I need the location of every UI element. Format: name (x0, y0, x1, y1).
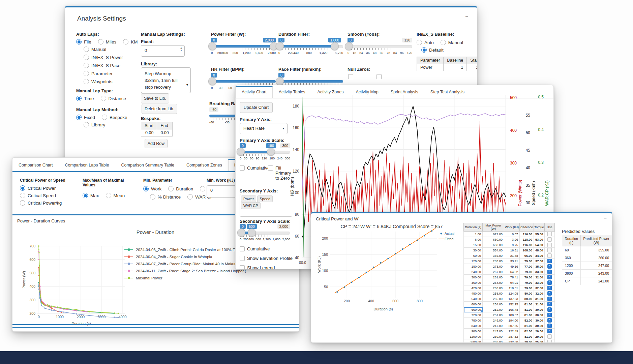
smooth-slider[interactable]: 012001224364860728496120 (348, 37, 412, 56)
radio-critical-speed[interactable]: Critical Speed (20, 193, 62, 198)
checkbox-icon[interactable] (268, 165, 273, 171)
radio-default[interactable]: Default (421, 47, 444, 53)
chec kbox-icon[interactable] (240, 256, 245, 261)
use-checkbox[interactable] (547, 318, 552, 323)
use-checkbox[interactable] (547, 291, 552, 296)
legend-item[interactable]: 2024-06-07_Zwift - Pacer Group Ride: Mak… (124, 260, 251, 267)
secondary-scale-slider[interactable]: 05002,00002004008001,2001,6002,000 (240, 223, 290, 242)
fill-primary-checkbox[interactable]: Fill Primary to Zero (268, 165, 289, 181)
radio-icon[interactable] (76, 96, 82, 101)
fixed-input[interactable]: 0 ▲▼ (141, 45, 185, 57)
slider-handle[interactable] (248, 229, 256, 237)
radio-bespoke[interactable]: Bespoke (102, 115, 127, 120)
use-checkbox[interactable] (547, 313, 552, 317)
primary-scale-slider[interactable]: 01903000306090120180240300 (240, 143, 290, 161)
use-checkbox[interactable] (547, 302, 552, 306)
radio-icon[interactable] (98, 39, 103, 44)
radio-icon[interactable] (106, 193, 111, 198)
slider-handle[interactable] (237, 148, 245, 156)
radio-icon[interactable] (76, 115, 82, 120)
radio-icon[interactable] (101, 96, 106, 101)
stepper-icon[interactable]: ▲▼ (180, 47, 182, 52)
radio-distance[interactable]: % Distance (150, 194, 181, 200)
legend-item[interactable]: 2024-06-04_Zwift - Sugar Cookie in Watop… (124, 253, 251, 260)
use-checkbox[interactable] (547, 232, 552, 236)
use-checkbox[interactable] (547, 248, 552, 252)
power-filter-slider[interactable]: 02,00002004008001,2001,6002,000 (211, 37, 276, 56)
radio-icon[interactable] (421, 47, 427, 53)
radio-in-ex-s-power[interactable]: IN/EX_S Power (84, 55, 123, 60)
radio-time[interactable]: Time (76, 96, 94, 101)
legend-item[interactable]: 2024-06-11_Zwift - Race: Stage 2: Sea Br… (124, 267, 251, 274)
library-select[interactable]: Step Warmup 3x8min, 1min full stop recov… (141, 67, 191, 93)
radio-fixed[interactable]: Fixed (76, 115, 95, 120)
use-checkbox[interactable] (547, 259, 552, 263)
radio-work[interactable]: Work (143, 186, 161, 191)
radio-parameter[interactable]: Parameter (84, 71, 123, 76)
secondary-axis-button-war-cp[interactable]: WAR CP (241, 202, 261, 209)
duration-filter-slider[interactable]: 01,80002204408801,3201,760 (278, 37, 343, 56)
radio-icon[interactable] (417, 40, 422, 45)
slider-handle[interactable] (276, 42, 284, 50)
radio-icon[interactable] (168, 186, 174, 191)
checkbox-icon[interactable] (240, 165, 245, 171)
radio-icon[interactable] (84, 71, 89, 76)
collapse-icon[interactable]: − (604, 216, 607, 221)
slider-handle[interactable] (276, 77, 284, 85)
radio-library[interactable]: Library (84, 122, 105, 127)
slider-handle[interactable] (345, 42, 353, 50)
radio-icon[interactable] (20, 200, 25, 206)
legend-item[interactable]: 2024-04-06_Zwift - Climb Portal: Col du … (124, 246, 251, 253)
secondary-axis-button-speed[interactable]: Speed (257, 195, 273, 202)
use-checkbox[interactable] (547, 307, 552, 312)
radio-manual[interactable]: Manual (84, 47, 123, 52)
radio-critical-power[interactable]: Critical Power (20, 185, 62, 191)
tab-activity-chart[interactable]: Activity Chart (236, 86, 273, 98)
use-checkbox[interactable] (547, 243, 552, 247)
radio-duration[interactable]: Duration (168, 186, 193, 191)
radio-manual[interactable]: Manual (441, 40, 463, 45)
radio-waypoints[interactable]: Waypoints (84, 79, 123, 84)
radio-icon[interactable] (76, 39, 82, 44)
update-chart-button[interactable]: Update Chart (240, 102, 273, 113)
use-checkbox[interactable] (547, 329, 552, 333)
use-checkbox[interactable] (547, 275, 552, 279)
slider-handle[interactable] (237, 229, 245, 237)
cumulative-checkbox[interactable]: Cumulative (240, 165, 270, 171)
radio-mean[interactable]: Mean (106, 193, 125, 198)
radio-icon[interactable] (187, 194, 193, 200)
add-row-button[interactable]: Add Row (145, 139, 168, 148)
use-checkbox[interactable] (547, 340, 552, 343)
radio-icon[interactable] (123, 39, 128, 44)
radio-km[interactable]: KM (123, 39, 138, 44)
secondary-axis-button-power[interactable]: Power (241, 195, 256, 202)
use-checkbox[interactable] (547, 270, 552, 274)
primary-y-axis-select[interactable]: Heart Rate ▾ (240, 123, 288, 134)
radio-icon[interactable] (20, 193, 25, 198)
tab-comparison-summary-table[interactable]: Comparison Summary Table (115, 159, 180, 171)
use-checkbox[interactable] (547, 253, 552, 258)
radio-auto[interactable]: Auto (417, 40, 434, 45)
selected-cell[interactable]: 660.00 (464, 307, 483, 312)
use-checkbox[interactable] (547, 334, 552, 339)
use-checkbox[interactable] (547, 297, 552, 301)
radio-icon[interactable] (441, 40, 446, 45)
radio-icon[interactable] (200, 186, 205, 191)
slider-handle[interactable] (267, 148, 275, 156)
save-to-lib-button[interactable]: Save to Lib. (141, 93, 169, 103)
null-zeros-checkbox-2[interactable] (376, 74, 382, 79)
tab-comparison-laps-table[interactable]: Comparison Laps Table (59, 159, 115, 171)
cumulative2-checkbox[interactable]: Cumulative (240, 246, 270, 251)
radio-icon[interactable] (84, 47, 89, 52)
use-checkbox[interactable] (547, 264, 552, 269)
radio-file[interactable]: File (76, 39, 91, 44)
slider-handle[interactable] (208, 42, 216, 50)
radio-max[interactable]: Max (83, 193, 99, 198)
slider-handle[interactable] (208, 77, 216, 85)
radio-icon[interactable] (84, 79, 89, 84)
checkbox-icon[interactable] (240, 246, 245, 251)
use-checkbox[interactable] (547, 280, 552, 285)
show-elevation-checkbox[interactable]: Show Elevation Profile (240, 256, 293, 261)
null-zeros-checkbox-1[interactable] (348, 74, 353, 79)
radio-icon[interactable] (84, 55, 89, 60)
